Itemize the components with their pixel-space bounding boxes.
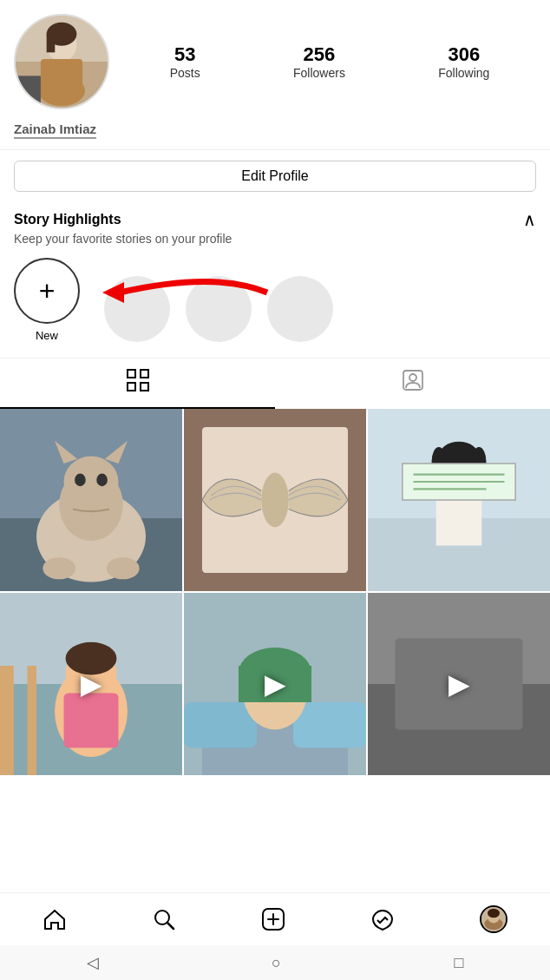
highlight-item-3[interactable] xyxy=(267,276,333,342)
grid-cell-2[interactable] xyxy=(184,409,366,591)
posts-count: 53 xyxy=(174,43,195,66)
grid-cell-3[interactable] xyxy=(368,409,550,591)
followers-count: 256 xyxy=(304,43,336,66)
nav-profile[interactable] xyxy=(473,902,514,937)
svg-rect-55 xyxy=(293,702,366,748)
username-area: Zainab Imtiaz xyxy=(0,118,550,150)
new-highlight-item[interactable]: + New xyxy=(14,258,80,342)
grid-cell-5[interactable]: ▶ xyxy=(184,593,366,775)
tabs-row xyxy=(0,358,550,409)
tab-grid[interactable] xyxy=(0,358,275,409)
svg-point-26 xyxy=(107,557,140,579)
svg-rect-7 xyxy=(16,76,41,108)
nav-home[interactable] xyxy=(36,904,74,935)
story-highlights-section: Story Highlights ∧ Keep your favorite st… xyxy=(0,202,550,354)
svg-point-23 xyxy=(75,474,86,487)
username: Zainab Imtiaz xyxy=(14,122,96,139)
svg-point-20 xyxy=(64,457,119,508)
stats-row: 53 Posts 256 Followers 306 Following xyxy=(123,43,536,80)
posts-label: Posts xyxy=(170,66,200,80)
chevron-up-icon[interactable]: ∧ xyxy=(523,209,536,230)
grid-cell-1[interactable] xyxy=(0,409,182,591)
svg-rect-61 xyxy=(396,639,523,730)
edit-profile-wrap: Edit Profile xyxy=(0,150,550,202)
svg-point-50 xyxy=(66,642,117,675)
svg-rect-58 xyxy=(239,666,311,702)
svg-rect-11 xyxy=(141,370,148,378)
new-highlight-label: New xyxy=(36,329,58,342)
bottom-nav xyxy=(0,892,550,945)
posts-stat[interactable]: 53 Posts xyxy=(170,43,200,80)
followers-label: Followers xyxy=(293,66,345,80)
svg-point-70 xyxy=(488,909,500,918)
followers-stat[interactable]: 256 Followers xyxy=(293,43,345,80)
android-home-button[interactable]: ○ xyxy=(272,954,281,972)
nav-create[interactable] xyxy=(254,904,292,935)
following-stat[interactable]: 306 Following xyxy=(438,43,489,80)
profile-header: 53 Posts 256 Followers 306 Following xyxy=(0,0,550,118)
grid-icon xyxy=(127,369,149,397)
android-recents-button[interactable]: □ xyxy=(454,954,463,972)
grid-cell-6[interactable]: ▶ xyxy=(368,593,550,775)
svg-line-63 xyxy=(167,923,174,929)
tab-tagged[interactable] xyxy=(275,358,550,409)
svg-rect-13 xyxy=(141,383,148,391)
following-count: 306 xyxy=(448,43,480,66)
story-highlights-subtitle: Keep your favorite stories on your profi… xyxy=(14,232,536,246)
svg-rect-12 xyxy=(128,383,135,391)
story-highlights-header: Story Highlights ∧ xyxy=(14,209,536,230)
nav-profile-avatar xyxy=(480,905,507,933)
svg-rect-10 xyxy=(128,370,135,378)
svg-point-29 xyxy=(261,473,289,528)
red-arrow xyxy=(94,266,276,322)
tagged-icon xyxy=(402,369,424,397)
edit-profile-button[interactable]: Edit Profile xyxy=(14,161,536,192)
nav-activity[interactable] xyxy=(363,904,402,935)
svg-point-25 xyxy=(43,557,75,579)
new-highlight-circle[interactable]: + xyxy=(14,258,80,324)
nav-search[interactable] xyxy=(145,904,183,935)
photo-grid: ▶ ▶ ▶ xyxy=(0,409,550,775)
svg-rect-54 xyxy=(184,702,257,748)
svg-point-24 xyxy=(96,474,108,487)
svg-rect-6 xyxy=(47,34,56,52)
svg-rect-45 xyxy=(0,666,14,775)
highlights-row: + New xyxy=(14,258,536,351)
avatar[interactable] xyxy=(14,14,109,109)
android-nav-bar: ◁ ○ □ xyxy=(0,945,550,980)
plus-icon: + xyxy=(39,277,56,305)
following-label: Following xyxy=(438,66,489,80)
svg-rect-49 xyxy=(64,694,119,748)
android-back-button[interactable]: ◁ xyxy=(87,953,99,972)
svg-marker-9 xyxy=(102,282,124,303)
svg-rect-46 xyxy=(28,666,37,775)
grid-cell-4[interactable]: ▶ xyxy=(0,593,182,775)
svg-point-15 xyxy=(409,374,416,381)
highlight-circle-3[interactable] xyxy=(267,276,333,342)
svg-point-4 xyxy=(38,76,85,106)
story-highlights-title: Story Highlights xyxy=(14,212,121,227)
